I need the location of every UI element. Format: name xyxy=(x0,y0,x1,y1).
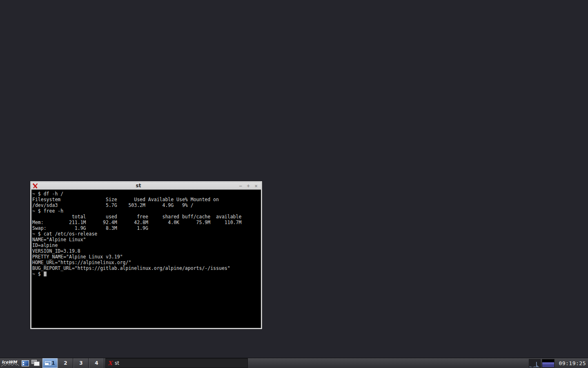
taskbar-clock: 09:19:25 xyxy=(558,360,587,366)
terminal-line: ~ $ free -h xyxy=(32,208,261,214)
terminal-window: st − + × ~ $ df -h / Filesystem Size Use… xyxy=(30,181,262,329)
terminal-prompt-line: ~ $ xyxy=(32,271,261,277)
minimize-button[interactable]: − xyxy=(238,183,243,189)
shell-prompt: ~ $ xyxy=(32,271,44,277)
terminal-line: ID=alpine xyxy=(32,242,261,248)
workspace-button-4[interactable]: 4 xyxy=(89,358,104,368)
terminal-line: HOME_URL="https://alpinelinux.org/" xyxy=(32,260,261,265)
mem-monitor[interactable] xyxy=(542,359,555,368)
cpu-monitor[interactable] xyxy=(529,359,541,368)
st-task-icon: X xyxy=(108,360,112,366)
desktop[interactable]: { "window": { "title": "st", "controls":… xyxy=(0,0,588,368)
show-desktop-button[interactable] xyxy=(30,358,41,368)
task-label: st xyxy=(115,360,119,366)
terminal-line: NAME="Alpine Linux" xyxy=(32,237,261,242)
close-button[interactable]: × xyxy=(254,183,258,189)
workspace-button-3[interactable]: 3 xyxy=(74,358,89,368)
terminal-cursor xyxy=(44,272,47,276)
terminal-line: /dev/sda3 5.7G 503.2M 4.9G 9% / xyxy=(32,202,261,208)
titlebar[interactable]: st − + × xyxy=(31,182,261,190)
active-window-mini-icon xyxy=(45,361,51,365)
st-window-icon[interactable] xyxy=(31,183,39,189)
workspace-label: 2 xyxy=(64,360,67,366)
workspace-button-1[interactable]: 1 xyxy=(42,358,58,368)
x-logo-icon xyxy=(33,183,38,188)
window-list-button[interactable] xyxy=(20,358,30,368)
icewm-menu-button[interactable]: IceWM xyxy=(0,358,20,368)
taskbar: IceWM 1234 X st 09:19:25 xyxy=(0,358,588,368)
svg-text:IceWM: IceWM xyxy=(2,360,17,364)
terminal-line: Filesystem Size Used Available Use% Moun… xyxy=(32,197,261,202)
taskbar-task-st[interactable]: X st xyxy=(105,358,248,368)
terminal-content[interactable]: ~ $ df -h / Filesystem Size Used Availab… xyxy=(31,190,261,328)
terminal-line: VERSION_ID=3.19.8 xyxy=(32,248,261,254)
terminal-line: ~ $ df -h / xyxy=(32,191,261,197)
icewm-logo-icon: IceWM xyxy=(1,359,20,367)
maximize-button[interactable]: + xyxy=(246,183,251,189)
show-desktop-icon xyxy=(31,360,40,366)
workspace-label: 3 xyxy=(79,360,82,366)
workspace-label: 1 xyxy=(51,360,55,366)
workspace-label: 4 xyxy=(95,360,98,366)
terminal-line: ~ $ cat /etc/os-release xyxy=(32,231,261,237)
terminal-line: BUG_REPORT_URL="https://gitlab.alpinelin… xyxy=(32,265,261,271)
window-menu-icon xyxy=(22,360,29,366)
window-title: st xyxy=(39,182,238,189)
terminal-line: PRETTY_NAME="Alpine Linux v3.19" xyxy=(32,254,261,260)
terminal-line: total used free shared buff/cache availa… xyxy=(32,214,261,220)
terminal-line: Swap: 1.9G 8.3M 1.9G xyxy=(32,225,261,231)
terminal-line: Mem: 211.1M 92.4M 42.8M 4.0K 75.9M 110.7… xyxy=(32,220,261,225)
workspace-button-2[interactable]: 2 xyxy=(58,358,73,368)
workspace-switcher: 1234 xyxy=(42,358,104,368)
